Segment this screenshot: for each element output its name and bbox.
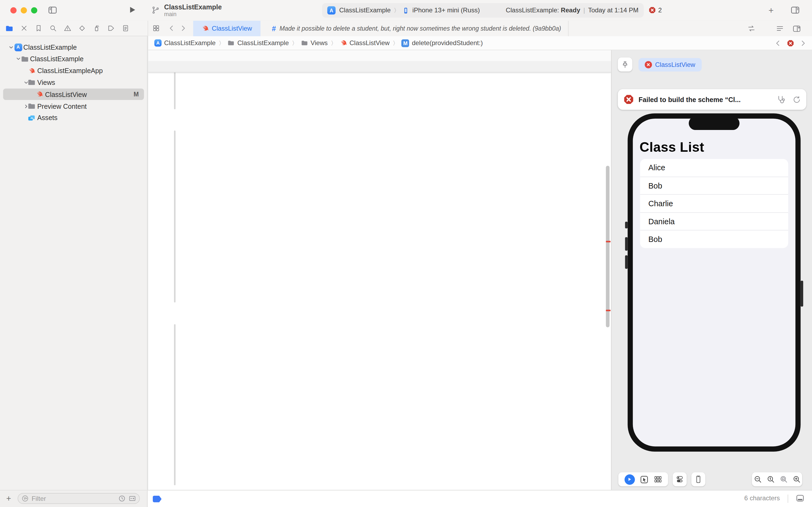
breadcrumb-views[interactable]: Views (301, 40, 328, 47)
code-line-39[interactable] (148, 184, 611, 195)
tests-icon[interactable] (78, 24, 86, 32)
code-line-30[interactable] (148, 88, 611, 99)
next-issue-icon[interactable] (799, 40, 807, 47)
recent-filter-icon[interactable] (118, 495, 126, 502)
editor-options-icon[interactable] (776, 24, 784, 33)
code-line-38[interactable] (148, 174, 611, 184)
issue-octagon-icon[interactable] (787, 40, 794, 47)
tab-commit-message[interactable]: # Made it possible to delete a student, … (265, 21, 569, 36)
zoom-100-button[interactable] (766, 475, 775, 484)
code-line-53[interactable] (148, 335, 611, 346)
zoom-window-button[interactable] (31, 7, 37, 13)
editor-scrollbar[interactable] (606, 166, 610, 327)
filter-field[interactable]: Filter (18, 493, 140, 504)
scheme-device[interactable]: iPhone 13+ mini (Russ) (412, 7, 480, 14)
code-line-37[interactable] (148, 163, 611, 174)
breadcrumb-classlistview[interactable]: ClassListView (340, 40, 390, 47)
code-line-42[interactable] (148, 217, 611, 227)
zoom-in-button[interactable] (792, 475, 801, 484)
code-line-44[interactable] (148, 238, 611, 249)
variants-button[interactable] (673, 472, 687, 486)
code-line-56[interactable] (148, 367, 611, 378)
code-line-52[interactable] (148, 324, 611, 335)
preview-target-pill[interactable]: ✕ ClassListView (639, 58, 701, 71)
code-line-34[interactable] (148, 131, 611, 142)
code-line-51[interactable] (148, 314, 611, 324)
code-line-47[interactable] (148, 270, 611, 281)
related-items-icon[interactable] (152, 24, 160, 32)
variants-grid-button[interactable] (653, 475, 662, 484)
sidebar-item-views[interactable]: Views (3, 77, 144, 88)
source-control-filter-icon[interactable] (128, 495, 136, 502)
code-line-66[interactable] (148, 474, 611, 485)
reports-icon[interactable] (122, 24, 129, 32)
code-line-36[interactable] (148, 152, 611, 163)
pin-preview-button[interactable] (618, 57, 632, 71)
debug-icon[interactable] (93, 24, 101, 32)
breadcrumb-delete-providedstudent-[interactable]: Mdelete(providedStudent:) (401, 39, 483, 47)
code-line-58[interactable] (148, 389, 611, 399)
find-icon[interactable] (49, 24, 57, 32)
code-line-57[interactable] (148, 378, 611, 389)
issues-icon[interactable] (64, 24, 71, 32)
breakpoint-indicator[interactable] (153, 496, 162, 502)
add-file-button[interactable]: + (6, 494, 11, 504)
add-button[interactable]: + (768, 6, 773, 16)
code-line-43[interactable] (148, 227, 611, 238)
scheme-status-pill[interactable]: A ClassListExample 〉 iPhone 13+ mini (Ru… (322, 3, 644, 18)
sidebar-item-classlistexample[interactable]: AClassListExample (3, 41, 144, 53)
previous-issue-icon[interactable] (774, 40, 782, 47)
sidebar-item-classlistexample[interactable]: ClassListExample (3, 53, 144, 64)
code-line-23[interactable] (148, 61, 611, 72)
code-fold-ribbon[interactable] (174, 131, 176, 303)
project-navigator-icon[interactable] (5, 24, 13, 33)
code-line-20[interactable] (148, 50, 611, 61)
back-navigation-icon[interactable] (168, 24, 176, 32)
breadcrumb-classlistexample[interactable]: AClassListExample (155, 40, 216, 47)
tab-classlistview[interactable]: ClassListView (193, 21, 260, 36)
code-line-50[interactable] (148, 303, 611, 314)
code-line-46[interactable] (148, 260, 611, 270)
code-line-48[interactable] (148, 281, 611, 292)
code-line-31[interactable] (148, 99, 611, 109)
sidebar-item-assets[interactable]: Assets (3, 112, 144, 123)
breadcrumb-classlistexample[interactable]: ClassListExample (227, 40, 289, 47)
close-window-button[interactable] (10, 7, 17, 13)
error-count-badge[interactable]: 2 (648, 6, 662, 14)
bookmarks-icon[interactable] (35, 24, 43, 32)
code-line-63[interactable] (148, 442, 611, 453)
toggles-icon[interactable] (675, 475, 684, 484)
code-line-62[interactable] (148, 432, 611, 442)
breakpoints-icon[interactable] (107, 24, 115, 32)
toggle-right-sidebar-icon[interactable] (790, 5, 800, 15)
forward-navigation-icon[interactable] (179, 24, 187, 32)
selectable-mode-button[interactable] (639, 475, 649, 484)
disclosure-down-icon[interactable] (8, 44, 14, 50)
disclosure-down-icon[interactable] (15, 56, 21, 62)
add-editor-icon[interactable] (793, 24, 801, 33)
code-line-65[interactable] (148, 464, 611, 474)
source-editor[interactable] (148, 50, 611, 491)
source-control-icon[interactable] (20, 24, 28, 32)
code-line-41[interactable] (148, 206, 611, 217)
minimize-window-button[interactable] (21, 7, 27, 13)
code-line-49[interactable] (148, 292, 611, 303)
code-line-55[interactable] (148, 356, 611, 367)
scheme-project[interactable]: ClassListExample (339, 7, 391, 14)
live-preview-button[interactable] (624, 474, 635, 485)
zoom-fit-button[interactable] (779, 475, 788, 484)
code-line-29[interactable] (148, 77, 611, 88)
zoom-out-button[interactable] (753, 475, 762, 484)
sidebar-item-classlistexampleapp[interactable]: ClassListExampleApp (3, 65, 144, 76)
sidebar-item-preview-content[interactable]: Preview Content (3, 101, 144, 112)
build-failed-banner[interactable]: Failed to build the scheme “Cl... (618, 89, 806, 110)
code-line-59[interactable] (148, 399, 611, 410)
retry-build-icon[interactable] (793, 95, 801, 104)
diagnostics-icon[interactable] (777, 95, 786, 104)
toggle-bottom-bar-icon[interactable] (795, 494, 805, 503)
code-line-32[interactable] (148, 109, 611, 120)
toggle-left-sidebar-icon[interactable] (48, 5, 57, 15)
code-line-61[interactable] (148, 421, 611, 432)
sidebar-item-classlistview[interactable]: ClassListViewM (3, 89, 144, 100)
code-line-64[interactable] (148, 453, 611, 464)
